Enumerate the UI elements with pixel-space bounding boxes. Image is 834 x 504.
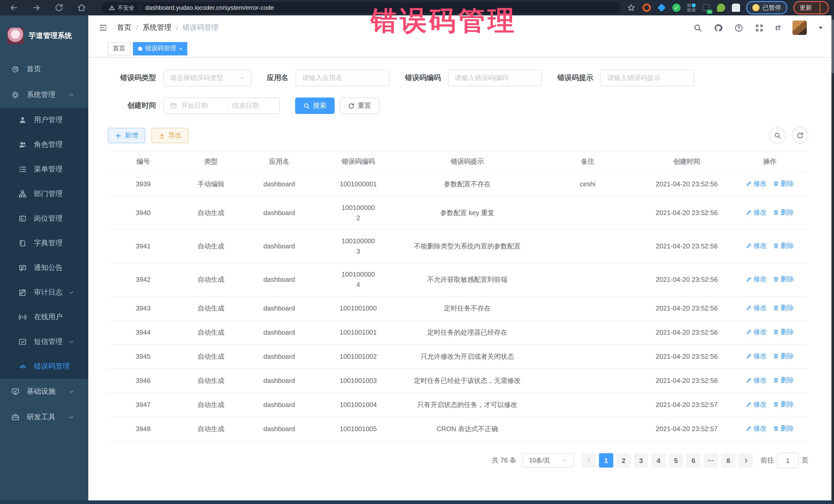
prev-page-button[interactable] — [581, 453, 596, 467]
sidebar-item-用户管理[interactable]: 用户管理 — [0, 108, 88, 132]
fullscreen-icon[interactable] — [755, 23, 764, 32]
table-body: 3939手动编辑dashboard1001000001参数配置不存在ceshi2… — [108, 172, 808, 441]
page-button-2[interactable]: 2 — [616, 453, 631, 467]
sidebar-item-部门管理[interactable]: 部门管理 — [0, 182, 88, 206]
next-page-button[interactable] — [739, 453, 753, 467]
extension-ring-icon[interactable] — [642, 4, 651, 12]
create-time-range-picker[interactable]: 开始日期 - 结束日期 — [163, 97, 280, 114]
sidebar-item-基础设施[interactable]: 基础设施 — [0, 379, 88, 404]
page-button-3[interactable]: 3 — [634, 453, 648, 467]
sidebar-item-审计日志[interactable]: 审计日志 — [0, 280, 88, 305]
edit-link[interactable]: 修改 — [746, 207, 767, 218]
edit-link[interactable]: 修改 — [746, 351, 767, 361]
browser-update-button[interactable]: 更新 ⋮⋮ — [793, 1, 829, 14]
security-warning[interactable]: 不安全 — [109, 4, 134, 12]
error-hint-input[interactable]: 请输入错误码提示 — [600, 70, 695, 86]
tab-close-icon[interactable]: × — [179, 45, 182, 51]
tab-首页[interactable]: 首页 — [108, 42, 130, 55]
extension-list-on-icon[interactable]: on — [702, 4, 710, 12]
forward-icon[interactable] — [32, 3, 41, 12]
page-button-1[interactable]: 1 — [599, 453, 613, 467]
extension-gem-icon[interactable] — [657, 4, 666, 12]
delete-link[interactable]: 删除 — [773, 274, 794, 284]
tab-错误码管理[interactable]: 错误码管理× — [133, 42, 188, 55]
extension-puzzle-icon[interactable] — [732, 4, 740, 12]
edit-link[interactable]: 修改 — [746, 274, 767, 284]
error-code-input[interactable]: 请输入错误码编码 — [448, 70, 542, 86]
edit-link[interactable]: 修改 — [746, 399, 767, 410]
edit-link[interactable]: 修改 — [746, 423, 767, 434]
delete-link[interactable]: 删除 — [773, 423, 794, 434]
reload-icon[interactable] — [54, 3, 64, 12]
search-icon[interactable] — [693, 23, 702, 32]
collapse-sidebar-icon[interactable] — [98, 24, 108, 32]
home-icon[interactable] — [77, 3, 86, 12]
goto-page-input[interactable]: 1 — [777, 453, 798, 468]
bookmark-star-icon[interactable] — [627, 4, 635, 12]
sidebar-item-菜单管理[interactable]: 菜单管理 — [0, 157, 88, 182]
extension-key-icon[interactable] — [717, 4, 725, 12]
browser-menu-icon[interactable]: ⋮⋮ — [817, 3, 823, 13]
more-pages-button[interactable]: ··· — [704, 453, 718, 467]
question-icon[interactable] — [734, 23, 743, 32]
search-button[interactable]: 搜索 — [295, 97, 335, 114]
edit-link[interactable]: 修改 — [746, 375, 767, 386]
delete-link[interactable]: 删除 — [773, 375, 794, 386]
sidebar-item-研发工具[interactable]: 研发工具 — [0, 404, 88, 430]
cell-actions: 修改删除 — [731, 263, 808, 297]
extension-check-icon[interactable]: ✓ — [672, 4, 681, 12]
sidebar-item-短信管理[interactable]: 短信管理 — [0, 329, 88, 354]
sidebar-item-系统管理[interactable]: 系统管理 — [0, 82, 88, 108]
delete-link[interactable]: 删除 — [773, 207, 794, 218]
refresh-circle-button[interactable] — [792, 127, 808, 144]
chevron-down-icon — [69, 290, 74, 295]
sidebar-item-label: 通知公告 — [34, 263, 81, 272]
address-bar[interactable]: 不安全 dashboard.yudao.iocoder.cn/system/er… — [102, 2, 621, 13]
edit-link[interactable]: 修改 — [746, 179, 767, 189]
error-type-select[interactable]: 请选择错误码类型 — [163, 70, 251, 86]
sidebar-item-角色管理[interactable]: 角色管理 — [0, 132, 88, 157]
page-button-4[interactable]: 4 — [651, 453, 666, 467]
delete-link[interactable]: 删除 — [773, 241, 794, 251]
page-scrollbar[interactable] — [831, 15, 834, 504]
filter-row-1: 错误码类型 请选择错误码类型 应用名 请输入应用名 错误码编码 — [108, 70, 808, 86]
back-icon[interactable] — [9, 3, 19, 12]
export-button[interactable]: 导出 — [151, 128, 189, 143]
reset-button[interactable]: 重置 — [340, 97, 379, 114]
delete-link[interactable]: 删除 — [773, 179, 794, 189]
sidebar-item-首页[interactable]: 首页 — [0, 57, 88, 82]
edit-label: 修改 — [753, 399, 767, 410]
profile-paused-pill[interactable]: 已暂停 — [746, 1, 787, 14]
delete-link[interactable]: 删除 — [773, 327, 794, 337]
scrollbar-thumb[interactable] — [831, 20, 834, 73]
delete-link[interactable]: 删除 — [773, 351, 794, 361]
sidebar-item-通知公告[interactable]: 通知公告 — [0, 256, 88, 280]
breadcrumb-item-首页[interactable]: 首页 — [117, 23, 131, 32]
edit-link[interactable]: 修改 — [746, 303, 767, 313]
sidebar-item-字典管理[interactable]: 字典管理 — [0, 231, 88, 256]
cell-actions: 修改删除 — [731, 230, 808, 263]
page-button-6[interactable]: 6 — [686, 453, 701, 467]
delete-link[interactable]: 删除 — [773, 399, 794, 410]
sidebar-item-在线用户[interactable]: 在线用户 — [0, 305, 88, 329]
page-size-select[interactable]: 10条/页 — [523, 453, 574, 467]
sidebar-item-岗位管理[interactable]: 岗位管理 — [0, 206, 88, 231]
sidebar-item-错误码管理-active[interactable]: </>错误码管理 — [0, 354, 88, 379]
delete-link[interactable]: 删除 — [773, 303, 794, 313]
refresh-icon — [348, 103, 355, 109]
edit-link[interactable]: 修改 — [746, 241, 767, 251]
hide-search-circle-button[interactable] — [769, 127, 786, 144]
page-button-5[interactable]: 5 — [669, 453, 683, 467]
add-button[interactable]: 新增 — [108, 128, 145, 143]
github-icon[interactable] — [714, 23, 722, 32]
breadcrumb-item-系统管理[interactable]: 系统管理 — [143, 23, 171, 32]
page-button-8[interactable]: 8 — [721, 453, 736, 467]
edit-link[interactable]: 修改 — [746, 327, 767, 337]
app-logo-row[interactable]: 芋道管理系统 — [0, 15, 88, 57]
font-size-icon[interactable]: tT — [775, 24, 781, 31]
app-name-input[interactable]: 请输入应用名 — [295, 70, 390, 86]
user-avatar[interactable] — [792, 21, 807, 35]
edit-label: 修改 — [753, 179, 767, 189]
extension-grid-icon[interactable] — [687, 4, 696, 12]
avatar-caret-down-icon[interactable] — [819, 26, 823, 29]
